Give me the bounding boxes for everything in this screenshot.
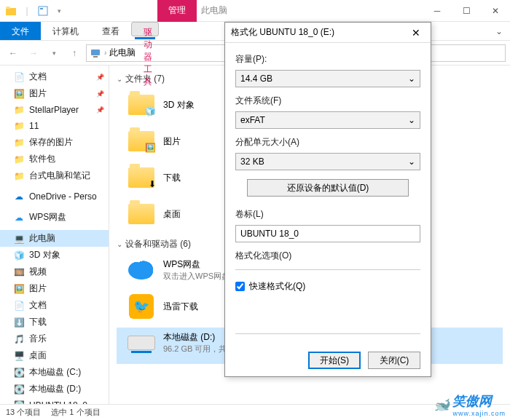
item-label: 桌面: [163, 208, 181, 221]
item-label: 3D 对象: [163, 99, 195, 111]
document-icon: 📄: [13, 300, 25, 312]
combo-value: exFAT: [240, 115, 265, 125]
quick-format-checkbox[interactable]: 快速格式化(Q): [235, 280, 420, 293]
sidebar-item-this-pc[interactable]: 💻此电脑: [0, 230, 109, 247]
3d-icon: 🧊: [13, 250, 25, 261]
allocation-label: 分配单元大小(A): [235, 136, 420, 148]
manage-tab[interactable]: 管理: [157, 0, 197, 22]
format-options-label: 格式化选项(O): [235, 250, 420, 262]
sidebar-item-label: 此电脑: [29, 232, 55, 245]
sidebar-item-label: 桌面: [29, 349, 47, 362]
thunder-icon: 🐦: [127, 293, 156, 320]
ribbon-expand-icon[interactable]: ⌄: [488, 22, 510, 40]
item-sublabel: 双击进入WPS网盘: [163, 271, 230, 282]
filesystem-combo[interactable]: exFAT⌄: [235, 111, 420, 129]
wps-cloud-icon: ☁: [13, 212, 25, 223]
sidebar-item-saved-pics[interactable]: 📁保存的图片: [0, 134, 109, 151]
caret-down-icon: ⌄: [117, 75, 122, 83]
quick-access-toolbar: | ▾: [0, 4, 70, 17]
chevron-right-icon[interactable]: ›: [104, 49, 106, 57]
folder-icon: [127, 127, 156, 155]
sidebar-item-music[interactable]: 🎵音乐: [0, 330, 109, 347]
sidebar-item-downloads[interactable]: ⬇️下载: [0, 314, 109, 330]
tab-computer[interactable]: 计算机: [41, 22, 90, 40]
forward-button[interactable]: →: [25, 44, 42, 62]
folder-icon: 📁: [13, 104, 25, 116]
svg-rect-4: [91, 49, 100, 55]
sidebar-item-documents[interactable]: 📄文档: [0, 68, 109, 85]
sidebar-item-desktop-laptop[interactable]: 📁台式电脑和笔记: [0, 167, 109, 184]
tab-view[interactable]: 查看: [90, 22, 131, 40]
separator: [235, 333, 420, 334]
sidebar-item-label: 文档: [29, 71, 47, 83]
sidebar-item-drive-c[interactable]: 💽本地磁盘 (C:): [0, 364, 109, 381]
allocation-combo[interactable]: 32 KB⌄: [235, 153, 420, 170]
maximize-button[interactable]: ☐: [452, 0, 481, 22]
dialog-titlebar: 格式化 UBUNTU 18_0 (E:) ✕: [225, 23, 431, 43]
drive-icon: [127, 329, 156, 357]
download-icon: ⬇️: [13, 317, 25, 328]
sidebar-item-label: OneDrive - Perso: [29, 191, 97, 202]
capacity-combo[interactable]: 14.4 GB⌄: [235, 70, 420, 87]
volume-input[interactable]: UBUNTU 18_0: [235, 225, 420, 242]
item-label: 图片: [163, 135, 181, 148]
svg-rect-3: [40, 8, 43, 9]
sidebar-item-pictures[interactable]: 🖼️图片: [0, 85, 109, 102]
onedrive-icon: ☁: [13, 191, 25, 202]
sidebar-item-packages[interactable]: 📁软件包: [0, 151, 109, 167]
checkbox-input[interactable]: [235, 282, 245, 291]
sidebar-item-documents2[interactable]: 📄文档: [0, 297, 109, 314]
sidebar-item-label: 11: [29, 121, 39, 131]
dialog-close-button[interactable]: ✕: [407, 27, 425, 39]
up-button[interactable]: ↑: [66, 44, 83, 62]
restore-defaults-button[interactable]: 还原设备的默认值(D): [247, 179, 409, 197]
sidebar-item-3d[interactable]: 🧊3D 对象: [0, 247, 109, 264]
watermark-url: www.xajin.com: [452, 410, 506, 417]
qat-dropdown-icon[interactable]: ▾: [52, 4, 66, 17]
sidebar-item-desktop[interactable]: 🖥️桌面: [0, 347, 109, 364]
tab-drive-tools[interactable]: 驱动器工具: [131, 22, 159, 36]
sidebar-item-label: 台式电脑和笔记: [29, 170, 90, 182]
sidebar-item-stellarplayer[interactable]: 📁StellarPlayer: [0, 102, 109, 118]
sidebar-item-label: 软件包: [29, 153, 55, 165]
start-button[interactable]: 开始(S): [308, 352, 361, 369]
sidebar-item-drive-d[interactable]: 💽本地磁盘 (D:): [0, 381, 109, 397]
filesystem-label: 文件系统(F): [235, 95, 420, 107]
sidebar-item-label: 下载: [29, 316, 47, 328]
qat-separator: |: [20, 4, 34, 17]
item-label: 下载: [163, 172, 181, 184]
picture-icon: 🖼️: [13, 88, 25, 100]
checkbox-label: 快速格式化(Q): [249, 280, 305, 293]
folder-icon: 📁: [13, 170, 25, 182]
sidebar-item-label: 本地磁盘 (D:): [29, 383, 81, 395]
sidebar-item-pictures2[interactable]: 🖼️图片: [0, 280, 109, 297]
watermark-text: 笑傲网: [452, 394, 492, 408]
desktop-icon: 🖥️: [13, 350, 25, 362]
sidebar-item-11[interactable]: 📁11: [0, 118, 109, 134]
chevron-down-icon: ⌄: [408, 156, 415, 167]
close-dialog-button[interactable]: 关闭(C): [368, 352, 420, 369]
separator: [235, 269, 420, 270]
status-item-count: 13 个项目: [6, 407, 41, 418]
recent-dropdown-icon[interactable]: ▾: [45, 44, 63, 62]
properties-icon[interactable]: [36, 4, 50, 17]
close-button[interactable]: ✕: [481, 0, 510, 22]
back-button[interactable]: ←: [4, 44, 22, 62]
drive-icon: 💽: [13, 384, 25, 395]
item-label: WPS网盘: [163, 258, 230, 271]
music-icon: 🎵: [13, 333, 25, 345]
combo-value: 14.4 GB: [240, 74, 272, 84]
chevron-down-icon: ⌄: [408, 115, 415, 125]
watermark: 🐋 笑傲网 www.xajin.com: [434, 392, 506, 417]
sidebar-item-wps[interactable]: ☁WPS网盘: [0, 209, 109, 226]
sidebar-item-onedrive[interactable]: ☁OneDrive - Perso: [0, 189, 109, 205]
sidebar-item-videos[interactable]: 🎞️视频: [0, 264, 109, 280]
tab-file[interactable]: 文件: [0, 22, 41, 40]
item-label: 迅雷下载: [163, 301, 198, 313]
folder-icon: 📁: [13, 120, 25, 132]
sidebar-item-label: WPS网盘: [29, 211, 66, 223]
whale-icon: 🐋: [434, 397, 450, 413]
minimize-button[interactable]: ─: [423, 0, 452, 22]
sidebar-item-drive-e[interactable]: 💽UBUNTU 18_0: [0, 397, 109, 404]
sidebar-item-label: 保存的图片: [29, 136, 73, 148]
